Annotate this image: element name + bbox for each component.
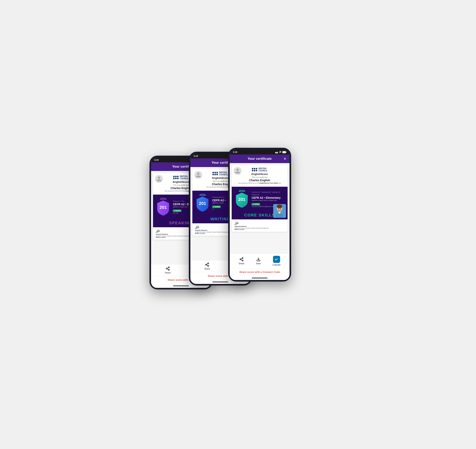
phones-container: 3:19 Your certifi [149, 148, 327, 301]
share-button-writing[interactable]: Share [204, 262, 210, 270]
certify-speaking: This is to certify that [173, 184, 189, 186]
svg-rect-18 [286, 152, 286, 153]
avatar-speaking [155, 175, 163, 183]
bc-logo-core: BRITISH COUNCIL [252, 167, 267, 172]
svg-point-1 [166, 268, 167, 269]
cert-card-core: BRITISH COUNCIL EnglishScore This is to … [232, 165, 288, 232]
phone-screen-core: 3:19 Your certificate ✕ [230, 150, 289, 280]
linkedin-button[interactable]: in® LinkedIn [272, 256, 281, 266]
svg-line-3 [167, 269, 168, 270]
skill-area-core: CORE SKILLS [232, 212, 288, 219]
svg-line-9 [207, 265, 208, 266]
valid-core: Valid from 1 March 2021 to 1 March 2023 [252, 200, 285, 201]
svg-line-30 [241, 260, 242, 260]
shield-speaking: 201 [156, 197, 170, 217]
home-bar-speaking [173, 285, 189, 286]
header-core: Your certificate ✕ [230, 154, 289, 163]
english-score-speaking: EnglishScore [173, 180, 189, 183]
signer-org-core: British Council [234, 229, 285, 230]
share-button-speaking[interactable]: Share [165, 267, 170, 274]
logo-dots-core [252, 168, 257, 171]
svg-point-6 [208, 263, 209, 264]
status-icons-core [275, 151, 286, 153]
actions-core: Share Save in® LinkedIn [230, 254, 289, 268]
share-code-core[interactable]: Share score with a Connect Code [230, 268, 289, 276]
score-writing: 201 [199, 201, 206, 206]
phone-core: 3:19 Your certificate ✕ [228, 148, 291, 282]
bc-logo-speaking: BRITISH COUNCIL [173, 175, 189, 180]
certify-core: This is to certify that [252, 176, 267, 178]
logo-text: BRITISH COUNCIL [180, 175, 189, 180]
svg-line-31 [241, 258, 242, 259]
verified-writing: ✓ Verified [212, 206, 221, 208]
svg-marker-12 [275, 152, 278, 153]
score-core: 201 [238, 197, 245, 202]
time-writing: 3:19 [193, 155, 198, 157]
svg-point-28 [240, 259, 241, 260]
home-bar-core [252, 278, 267, 278]
logo-dots-writing [212, 172, 218, 175]
svg-rect-13 [279, 152, 280, 153]
svg-point-8 [208, 265, 209, 267]
time: 3:19 [154, 159, 159, 161]
linkedin-icon: in® [273, 256, 280, 263]
svg-point-27 [242, 258, 243, 259]
verified-core: ✓ Verified [252, 203, 260, 205]
score-speaking: 201 [159, 205, 167, 210]
share-code-text-core: Share score with a Connect Code [239, 271, 280, 273]
svg-point-22 [277, 205, 282, 208]
student-name-speaking: Charles English [170, 187, 191, 190]
avatar-writing [194, 171, 202, 179]
svg-rect-19 [283, 151, 285, 153]
svg-rect-15 [280, 151, 281, 153]
english-score-core: EnglishScore [251, 173, 268, 176]
status-bar-core: 3:19 [230, 150, 289, 154]
sub-scores-core: Grammar 217 Vocabulary 195 Listening 129… [252, 191, 285, 195]
avatar-core [234, 167, 242, 175]
svg-rect-14 [280, 151, 280, 153]
time-core: 3:19 [233, 151, 237, 153]
save-button-core[interactable]: Save [256, 257, 261, 265]
svg-point-2 [168, 269, 170, 271]
svg-point-26 [280, 209, 281, 209]
cert-area-core: BRITISH COUNCIL EnglishScore This is to … [230, 163, 289, 254]
certify-writing: This is to certify that [212, 180, 228, 182]
cert-footer-core: 𝒥𝓅 Joanna Pearson English & Exams, Direc… [232, 219, 288, 232]
linkedin-label: LinkedIn [272, 264, 281, 266]
svg-point-7 [205, 264, 207, 265]
logo-text-core: BRITISH COUNCIL [258, 167, 267, 172]
achieved-core: has achieved CEFR A2 in the EnglishScore… [238, 182, 281, 184]
home-indicator-core [230, 276, 289, 280]
logo-dots [173, 176, 179, 179]
signature-core: 𝒥𝓅 Joanna Pearson English & Exams, Direc… [234, 221, 285, 230]
share-button-core[interactable]: Share [238, 257, 244, 265]
cert-top-core: BRITISH COUNCIL EnglishScore This is to … [232, 165, 288, 187]
save-label-core: Save [256, 262, 261, 265]
logo-text-writing: BRITISH COUNCIL [219, 171, 228, 176]
close-button[interactable]: ✕ [283, 157, 286, 161]
header-title-speaking: Your certifi [172, 165, 190, 169]
svg-point-25 [278, 209, 279, 209]
header-title-core: Your certificate [248, 157, 272, 161]
shield-core: 201 [234, 189, 249, 209]
cefr-core: CEFR A2 • Elementary [252, 196, 285, 199]
sig-lines-core: 𝒥𝓅 Joanna Pearson English & Exams, Direc… [234, 221, 285, 230]
signer-name-core: Joanna Pearson [234, 226, 285, 227]
share-label-writing: Share [204, 267, 210, 270]
home-bar-writing [212, 282, 228, 282]
share-label-core: Share [238, 262, 244, 265]
sig-img-core: 𝒥𝓅 [234, 221, 285, 225]
student-name-writing: Charles Engl [212, 182, 229, 186]
bc-logo-writing: BRITISH COUNCIL [212, 171, 228, 176]
svg-point-0 [168, 267, 170, 268]
svg-rect-16 [281, 151, 282, 153]
shield-writing: 201 [195, 193, 210, 213]
student-name-core: Charles English [249, 179, 270, 182]
signer-title-core: English & Exams, Director of New Product… [234, 227, 285, 229]
svg-line-10 [207, 264, 208, 264]
english-score-writing: EnglishScore [212, 176, 228, 179]
svg-point-29 [242, 260, 243, 261]
header-title-writing: Your certifi [212, 161, 229, 165]
share-label-speaking: Share [165, 272, 170, 274]
verified-speaking: ✓ Verified [173, 210, 181, 212]
